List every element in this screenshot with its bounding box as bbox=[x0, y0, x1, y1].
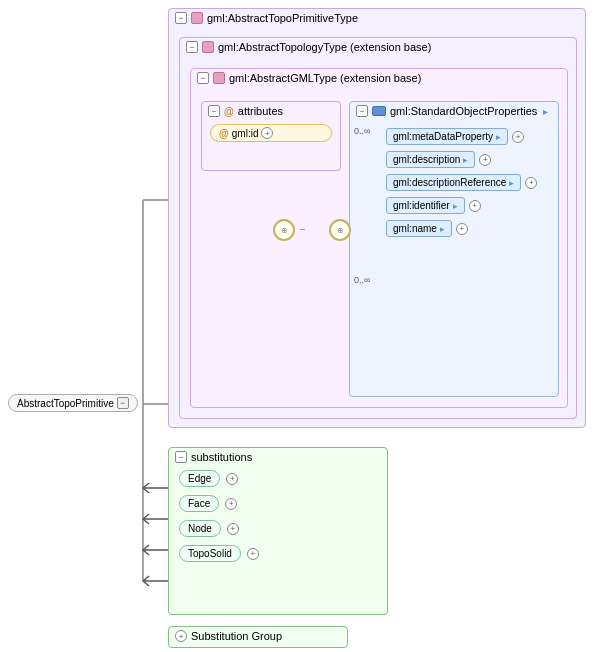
node-node[interactable]: Node bbox=[179, 520, 221, 537]
prop-box-ident[interactable]: gml:identifier ▸ bbox=[386, 197, 465, 214]
panel-abstract-topo-primitive-type: − gml:AbstractTopoPrimitiveType − gml:Ab… bbox=[168, 8, 586, 428]
prop-name: gml:name ▸ + bbox=[380, 218, 558, 239]
label-subgroup: Substitution Group bbox=[191, 630, 282, 642]
nav-descref[interactable]: ▸ bbox=[509, 178, 514, 188]
label-name: gml:name bbox=[393, 223, 437, 234]
collapse-abstract-gml[interactable]: − bbox=[197, 72, 209, 84]
panel-substitutions-header: − substitutions bbox=[169, 448, 387, 466]
collapse-substitutions[interactable]: − bbox=[175, 451, 187, 463]
icon-abstract-topology bbox=[202, 41, 214, 53]
icon-standard-object bbox=[372, 106, 386, 116]
label-meta: gml:metaDataProperty bbox=[393, 131, 493, 142]
nav-meta[interactable]: ▸ bbox=[496, 132, 501, 142]
label-face: Face bbox=[188, 498, 210, 509]
collapse-attributes[interactable]: − bbox=[208, 105, 220, 117]
label-substitutions: substitutions bbox=[191, 451, 252, 463]
panel-abstract-gml-header: − gml:AbstractGMLType (extension base) bbox=[191, 69, 567, 87]
expand-face[interactable]: + bbox=[225, 498, 237, 510]
expand-desc[interactable]: + bbox=[479, 154, 491, 166]
expand-node[interactable]: + bbox=[227, 523, 239, 535]
node-edge[interactable]: Edge bbox=[179, 470, 220, 487]
connector-node-right[interactable]: ⊕ bbox=[329, 219, 351, 241]
label-edge: Edge bbox=[188, 473, 211, 484]
panel-attributes-header: − @ attributes bbox=[202, 102, 340, 120]
panel-standard-object-props: − gml:StandardObjectProperties ▸ 0..∞ gm… bbox=[349, 101, 559, 397]
icon-abstract-topo-primitive bbox=[191, 12, 203, 24]
panel-attributes: − @ attributes @ gml:id + bbox=[201, 101, 341, 171]
connector-node-left[interactable]: ⊕ bbox=[273, 219, 295, 241]
substitution-toposolid-row: TopoSolid + bbox=[169, 541, 387, 566]
label-desc: gml:description bbox=[393, 154, 460, 165]
at-icon-2: @ bbox=[219, 128, 229, 139]
diagram-container: − gml:AbstractTopoPrimitiveType − gml:Ab… bbox=[0, 0, 600, 652]
node-toposolid[interactable]: TopoSolid bbox=[179, 545, 241, 562]
panel-abstract-topology-header: − gml:AbstractTopologyType (extension ba… bbox=[180, 38, 576, 56]
prop-box-name[interactable]: gml:name ▸ bbox=[386, 220, 452, 237]
label-abstract-gml: gml:AbstractGMLType (extension base) bbox=[229, 72, 421, 84]
panel-abstract-topo-primitive-header: − gml:AbstractTopoPrimitiveType bbox=[169, 9, 585, 27]
minus-connector: − bbox=[299, 223, 305, 235]
prop-box-desc[interactable]: gml:description ▸ bbox=[386, 151, 475, 168]
label-standard-object: gml:StandardObjectProperties bbox=[390, 105, 537, 117]
mult-meta: 0..∞ bbox=[354, 126, 370, 136]
collapse-standard-object[interactable]: − bbox=[356, 105, 368, 117]
substitution-edge-row: Edge + bbox=[169, 466, 387, 491]
label-ident: gml:identifier bbox=[393, 200, 450, 211]
panel-substitution-group-header: + Substitution Group bbox=[169, 627, 347, 645]
expand-name[interactable]: + bbox=[456, 223, 468, 235]
panel-substitution-group: + Substitution Group bbox=[168, 626, 348, 648]
expand-gml-id[interactable]: + bbox=[261, 127, 273, 139]
label-toposolid: TopoSolid bbox=[188, 548, 232, 559]
expand-toposolid[interactable]: + bbox=[247, 548, 259, 560]
at-icon: @ bbox=[224, 106, 234, 117]
node-face[interactable]: Face bbox=[179, 495, 219, 512]
substitution-node-row: Node + bbox=[169, 516, 387, 541]
prop-desc: gml:description ▸ + bbox=[380, 149, 558, 170]
panel-substitutions: − substitutions Edge + Face + Node + bbox=[168, 447, 388, 615]
nav-desc[interactable]: ▸ bbox=[463, 155, 468, 165]
nav-standard-object[interactable]: ▸ bbox=[543, 106, 548, 117]
collapse-main-node[interactable]: − bbox=[117, 397, 129, 409]
substitution-face-row: Face + bbox=[169, 491, 387, 516]
label-gml-id: gml:id bbox=[232, 128, 259, 139]
expand-descref[interactable]: + bbox=[525, 177, 537, 189]
collapse-abstract-topology[interactable]: − bbox=[186, 41, 198, 53]
label-descref: gml:descriptionReference bbox=[393, 177, 506, 188]
prop-box-descref[interactable]: gml:descriptionReference ▸ bbox=[386, 174, 521, 191]
label-node-abstract: AbstractTopoPrimitive bbox=[17, 398, 114, 409]
panel-abstract-gml-type: − gml:AbstractGMLType (extension base) −… bbox=[190, 68, 568, 408]
prop-box-meta[interactable]: gml:metaDataProperty ▸ bbox=[386, 128, 508, 145]
gml-id-container: @ gml:id + bbox=[202, 120, 340, 146]
label-node: Node bbox=[188, 523, 212, 534]
label-attributes: attributes bbox=[238, 105, 283, 117]
panel-abstract-topology-type: − gml:AbstractTopologyType (extension ba… bbox=[179, 37, 577, 419]
prop-ident: gml:identifier ▸ + bbox=[380, 195, 558, 216]
prop-meta: gml:metaDataProperty ▸ + bbox=[380, 126, 558, 147]
properties-list: 0..∞ gml:metaDataProperty ▸ + gml:descri… bbox=[350, 120, 558, 245]
expand-meta[interactable]: + bbox=[512, 131, 524, 143]
label-abstract-topo-primitive: gml:AbstractTopoPrimitiveType bbox=[207, 12, 358, 24]
panel-standard-object-header: − gml:StandardObjectProperties ▸ bbox=[350, 102, 558, 120]
expand-ident[interactable]: + bbox=[469, 200, 481, 212]
mult-name: 0..∞ bbox=[354, 275, 370, 285]
nav-name[interactable]: ▸ bbox=[440, 224, 445, 234]
expand-edge[interactable]: + bbox=[226, 473, 238, 485]
icon-abstract-gml bbox=[213, 72, 225, 84]
nav-ident[interactable]: ▸ bbox=[453, 201, 458, 211]
node-abstract-topo-primitive[interactable]: AbstractTopoPrimitive − bbox=[8, 394, 138, 412]
prop-descref: gml:descriptionReference ▸ + bbox=[380, 172, 558, 193]
label-abstract-topology: gml:AbstractTopologyType (extension base… bbox=[218, 41, 431, 53]
collapse-abstract-topo-primitive[interactable]: − bbox=[175, 12, 187, 24]
gml-id-pill[interactable]: @ gml:id + bbox=[210, 124, 332, 142]
expand-subgroup[interactable]: + bbox=[175, 630, 187, 642]
